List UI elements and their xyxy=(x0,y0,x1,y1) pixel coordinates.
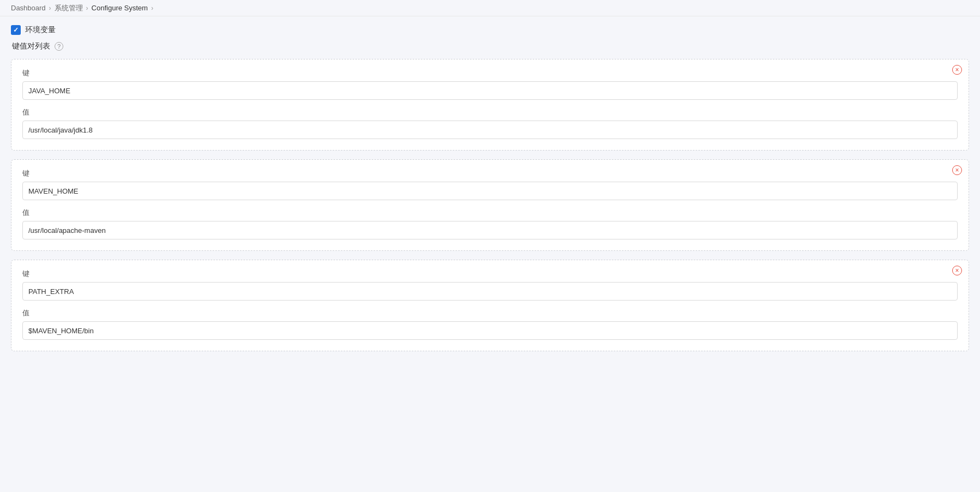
key-input-3[interactable] xyxy=(22,282,958,301)
breadcrumb-system-manage[interactable]: 系统管理 xyxy=(55,3,83,13)
breadcrumb-configure-system: Configure System xyxy=(92,4,148,12)
kv-entry-3-close-button[interactable]: × xyxy=(952,266,962,275)
breadcrumb-dashboard[interactable]: Dashboard xyxy=(11,4,46,12)
key-label-2: 键 xyxy=(22,169,958,178)
env-var-checkbox[interactable] xyxy=(11,25,21,35)
kv-entry-3: × 键 值 xyxy=(11,260,969,351)
key-label-1: 键 xyxy=(22,68,958,78)
key-input-2[interactable] xyxy=(22,182,958,200)
section-title: 环境变量 xyxy=(25,25,56,35)
kv-entry-2: × 键 值 xyxy=(11,159,969,251)
key-field-group-1: 键 xyxy=(22,68,958,100)
value-field-group-3: 值 xyxy=(22,308,958,340)
value-field-group-2: 值 xyxy=(22,208,958,239)
key-label-3: 键 xyxy=(22,269,958,279)
breadcrumb-sep-1: › xyxy=(49,4,51,12)
kv-list-header: 键值对列表 ? xyxy=(11,41,969,51)
breadcrumb: Dashboard › 系统管理 › Configure System › xyxy=(0,0,980,16)
kv-entry-2-close-button[interactable]: × xyxy=(952,165,962,175)
key-input-1[interactable] xyxy=(22,81,958,100)
value-label-3: 值 xyxy=(22,308,958,318)
kv-entry-1: × 键 值 xyxy=(11,59,969,151)
key-field-group-3: 键 xyxy=(22,269,958,301)
value-field-group-1: 值 xyxy=(22,107,958,139)
value-label-2: 值 xyxy=(22,208,958,218)
kv-list-label: 键值对列表 xyxy=(12,41,50,51)
value-input-3[interactable] xyxy=(22,321,958,340)
breadcrumb-sep-3: › xyxy=(151,4,153,12)
key-field-group-2: 键 xyxy=(22,169,958,200)
value-input-2[interactable] xyxy=(22,221,958,239)
breadcrumb-sep-2: › xyxy=(86,4,88,12)
page-content: 环境变量 键值对列表 ? × 键 值 × 键 值 × 键 xyxy=(0,16,980,369)
kv-entry-1-close-button[interactable]: × xyxy=(952,65,962,75)
value-label-1: 值 xyxy=(22,107,958,117)
help-icon[interactable]: ? xyxy=(55,42,63,51)
value-input-1[interactable] xyxy=(22,121,958,139)
section-header: 环境变量 xyxy=(11,25,969,35)
